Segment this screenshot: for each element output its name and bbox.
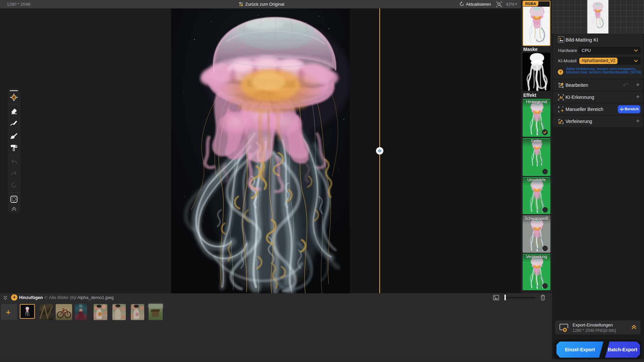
svg-text:AI: AI — [559, 96, 563, 100]
